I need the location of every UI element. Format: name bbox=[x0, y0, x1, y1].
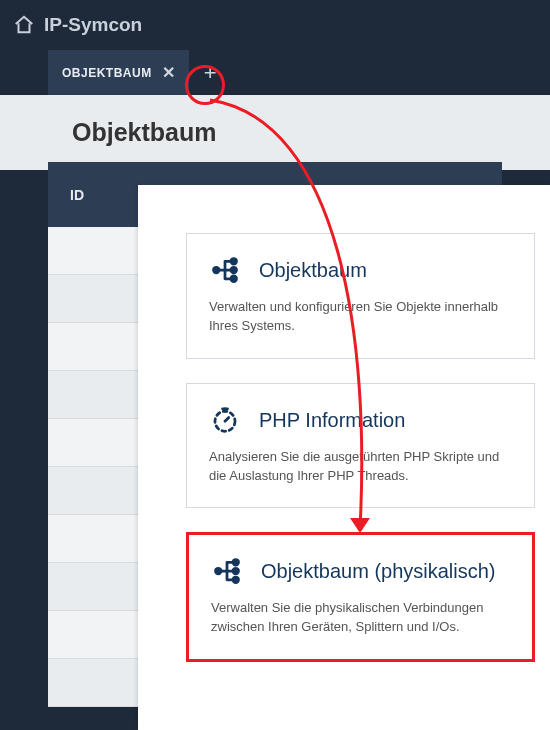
tree-icon bbox=[211, 555, 243, 587]
app-title: IP-Symcon bbox=[44, 14, 142, 36]
tab-label: OBJEKTBAUM bbox=[62, 66, 152, 80]
card-description: Verwalten Sie die physikalischen Verbind… bbox=[211, 599, 510, 637]
close-icon[interactable]: ✕ bbox=[162, 63, 176, 82]
tab-bar: OBJEKTBAUM ✕ + bbox=[0, 50, 550, 95]
card-objektbaum[interactable]: Objektbaum Verwalten und konfigurieren S… bbox=[186, 233, 535, 359]
plus-icon: + bbox=[204, 60, 217, 86]
card-title: Objektbaum (physikalisch) bbox=[261, 559, 496, 583]
page-title: Objektbaum bbox=[72, 118, 216, 147]
page-subheader: Objektbaum bbox=[0, 95, 550, 170]
card-description: Verwalten und konfigurieren Sie Objekte … bbox=[209, 298, 512, 336]
column-id: ID bbox=[48, 187, 84, 203]
app-header: IP-Symcon bbox=[0, 0, 550, 50]
tab-objektbaum[interactable]: OBJEKTBAUM ✕ bbox=[48, 50, 189, 95]
add-tab-button[interactable]: + bbox=[189, 50, 231, 95]
card-objektbaum-physikalisch[interactable]: Objektbaum (physikalisch) Verwalten Sie … bbox=[186, 532, 535, 662]
card-php-information[interactable]: PHP Information Analysieren Sie die ausg… bbox=[186, 383, 535, 509]
card-title: Objektbaum bbox=[259, 258, 367, 282]
tree-icon bbox=[209, 254, 241, 286]
home-icon bbox=[12, 13, 36, 37]
add-panel: Objektbaum Verwalten und konfigurieren S… bbox=[138, 185, 550, 730]
card-description: Analysieren Sie die ausgeführten PHP Skr… bbox=[209, 448, 512, 486]
card-title: PHP Information bbox=[259, 408, 405, 432]
stopwatch-icon bbox=[209, 404, 241, 436]
